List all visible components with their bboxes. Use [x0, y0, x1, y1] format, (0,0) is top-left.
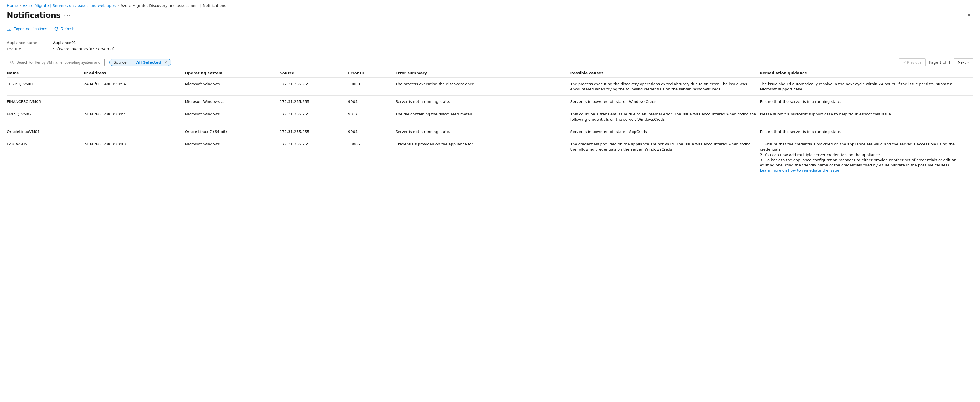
col-header-source: Source: [280, 69, 348, 78]
previous-button[interactable]: < Previous: [899, 59, 926, 66]
cell-errorid: 10005: [348, 138, 396, 177]
cell-os: Oracle Linux 7 (64-bit): [185, 126, 280, 138]
cell-errorsummary: Server is not a running state.: [396, 126, 570, 138]
search-icon: [10, 61, 14, 64]
cell-causes: The credentials provided on the applianc…: [570, 138, 760, 177]
cell-name: TESTSQLVM01: [7, 78, 84, 96]
cell-source: 172.31.255.255: [280, 96, 348, 108]
appliance-row: Appliance name Appliance01: [7, 41, 973, 45]
cell-source: 172.31.255.255: [280, 138, 348, 177]
source-badge-value: All Selected: [136, 60, 161, 64]
refresh-icon: [54, 27, 59, 31]
cell-errorsummary: The process executing the discovery oper…: [396, 78, 570, 96]
cell-remediation: Please submit a Microsoft support case t…: [760, 108, 973, 126]
cell-errorid: 10003: [348, 78, 396, 96]
breadcrumb: Home › Azure Migrate | Servers, database…: [0, 0, 980, 10]
next-button[interactable]: Next >: [953, 59, 973, 66]
cell-source: 172.31.255.255: [280, 78, 348, 96]
table-row: OracleLinuxVM01-Oracle Linux 7 (64-bit)1…: [7, 126, 973, 138]
cell-source: 172.31.255.255: [280, 108, 348, 126]
col-header-errorsummary: Error summary: [396, 69, 570, 78]
breadcrumb-home[interactable]: Home: [7, 3, 18, 8]
export-button[interactable]: Export notifications: [7, 26, 47, 32]
feature-label: Feature: [7, 47, 53, 51]
cell-remediation: Ensure that the server is in a running s…: [760, 96, 973, 108]
cell-os: Microsoft Windows ...: [185, 138, 280, 177]
svg-line-1: [13, 63, 14, 64]
col-header-causes: Possible causes: [570, 69, 760, 78]
table-header-row: Name IP address Operating system Source …: [7, 69, 973, 78]
source-badge[interactable]: Source == All Selected ✕: [109, 59, 172, 66]
cell-remediation: 1. Ensure that the credentials provided …: [760, 138, 973, 177]
cell-name: LAB_WSUS: [7, 138, 84, 177]
col-header-errorid: Error ID: [348, 69, 396, 78]
cell-causes: Server is in powered off state.: Windows…: [570, 96, 760, 108]
page-title: Notifications: [7, 11, 60, 19]
toolbar: Export notifications Refresh: [0, 23, 980, 36]
cell-name: OracleLinuxVM01: [7, 126, 84, 138]
metadata-section: Appliance name Appliance01 Feature Softw…: [0, 36, 980, 56]
cell-errorid: 9017: [348, 108, 396, 126]
cell-name: FINANCESQLVM06: [7, 96, 84, 108]
table-row: TESTSQLVM012404:f801:4800:20:94...Micros…: [7, 78, 973, 96]
table-row: LAB_WSUS2404:f801:4800:20:a0...Microsoft…: [7, 138, 973, 177]
cell-errorsummary: Server is not a running state.: [396, 96, 570, 108]
more-options-icon[interactable]: ···: [64, 12, 71, 19]
export-label: Export notifications: [13, 27, 47, 31]
cell-ip: 2404:f801:4800:20:bc...: [84, 108, 185, 126]
cell-os: Microsoft Windows ...: [185, 108, 280, 126]
cell-causes: This could be a transient issue due to a…: [570, 108, 760, 126]
appliance-value: Appliance01: [53, 41, 76, 45]
cell-remediation: Ensure that the server is in a running s…: [760, 126, 973, 138]
cell-ip: -: [84, 126, 185, 138]
feature-row: Feature Software inventory(65 Server(s)): [7, 47, 973, 51]
source-badge-operator: ==: [128, 60, 135, 64]
cell-errorid: 9004: [348, 96, 396, 108]
cell-causes: The process executing the discovery oper…: [570, 78, 760, 96]
source-badge-close[interactable]: ✕: [164, 61, 167, 64]
cell-ip: -: [84, 96, 185, 108]
cell-os: Microsoft Windows ...: [185, 96, 280, 108]
breadcrumb-servers[interactable]: Azure Migrate | Servers, databases and w…: [23, 3, 116, 8]
cell-os: Microsoft Windows ...: [185, 78, 280, 96]
cell-ip: 2404:f801:4800:20:94...: [84, 78, 185, 96]
table-row: ERPSQLVM022404:f801:4800:20:bc...Microso…: [7, 108, 973, 126]
page-info: Page 1 of 4: [928, 60, 951, 64]
search-input[interactable]: [16, 60, 102, 64]
refresh-button[interactable]: Refresh: [54, 26, 75, 32]
cell-errorsummary: Credentials provided on the appliance fo…: [396, 138, 570, 177]
notifications-table: Name IP address Operating system Source …: [7, 69, 973, 177]
cell-causes: Server is in powered off state.: AppCred…: [570, 126, 760, 138]
cell-remediation: The issue should automatically resolve i…: [760, 78, 973, 96]
svg-point-0: [11, 61, 13, 63]
pagination: < Previous Page 1 of 4 Next >: [899, 59, 973, 66]
source-badge-prefix: Source: [114, 60, 127, 64]
page-header: Notifications ··· ×: [0, 10, 980, 23]
col-header-name: Name: [7, 69, 84, 78]
col-header-os: Operating system: [185, 69, 280, 78]
breadcrumb-current: Azure Migrate: Discovery and assessment …: [121, 3, 226, 8]
download-icon: [7, 27, 11, 31]
table-container: Name IP address Operating system Source …: [0, 69, 980, 177]
cell-name: ERPSQLVM02: [7, 108, 84, 126]
cell-source: 172.31.255.255: [280, 126, 348, 138]
appliance-label: Appliance name: [7, 41, 53, 45]
filter-bar: Source == All Selected ✕ < Previous Page…: [0, 56, 980, 69]
table-row: FINANCESQLVM06-Microsoft Windows ...172.…: [7, 96, 973, 108]
cell-errorsummary: The file containing the discovered metad…: [396, 108, 570, 126]
feature-value: Software inventory(65 Server(s)): [53, 47, 115, 51]
search-box[interactable]: [7, 59, 105, 66]
col-header-remediation: Remediation guidance: [760, 69, 973, 78]
cell-errorid: 9004: [348, 126, 396, 138]
learn-more-link[interactable]: Learn more on how to remediate the issue…: [760, 168, 840, 172]
col-header-ip: IP address: [84, 69, 185, 78]
cell-ip: 2404:f801:4800:20:a0...: [84, 138, 185, 177]
refresh-label: Refresh: [60, 27, 75, 31]
close-button[interactable]: ×: [965, 11, 973, 19]
